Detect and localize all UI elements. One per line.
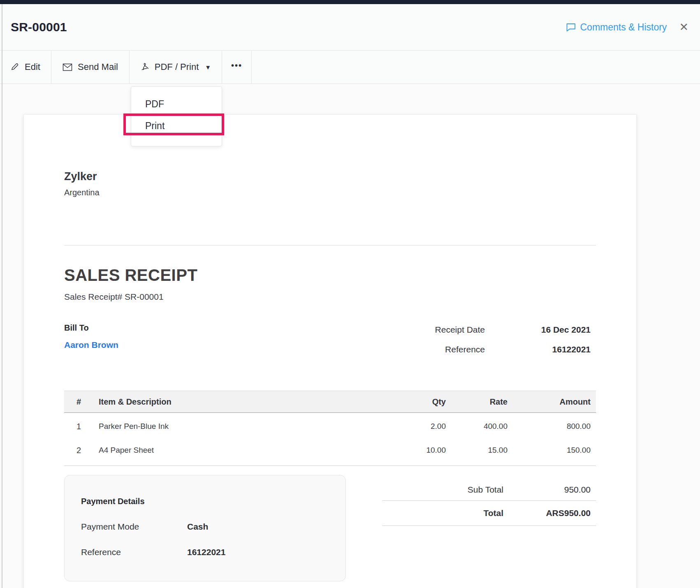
close-icon[interactable]: ✕	[679, 22, 688, 33]
top-navigation-strip	[0, 0, 700, 4]
total-row: Total ARS950.00	[382, 501, 596, 525]
payment-mode-label: Payment Mode	[81, 522, 187, 532]
total-value: ARS950.00	[503, 508, 596, 518]
row-qty: 10.00	[380, 446, 446, 455]
col-header-qty: Qty	[380, 397, 446, 407]
sales-receipt-detail-page: SR-00001 Comments & History ✕ Edit	[0, 0, 700, 588]
comments-history-link[interactable]: Comments & History	[566, 22, 667, 33]
row-item-description: Parker Pen-Blue Ink	[87, 422, 380, 431]
payment-reference-label: Reference	[81, 547, 187, 557]
billto-and-meta-section: Bill To Aaron Brown Receipt Date 16 Dec …	[64, 323, 596, 364]
table-row: 2 A4 Paper Sheet 10.00 15.00 150.00	[64, 438, 596, 462]
header-actions: Comments & History ✕	[566, 22, 689, 33]
reference-label: Reference	[403, 345, 485, 354]
receipt-date-value: 16 Dec 2021	[485, 325, 596, 335]
payment-details-title: Payment Details	[81, 497, 329, 506]
menu-item-pdf[interactable]: PDF	[131, 93, 222, 115]
row-amount: 800.00	[508, 422, 596, 431]
edit-button[interactable]: Edit	[0, 51, 51, 83]
comments-history-label: Comments & History	[580, 22, 667, 33]
document-number-line: Sales Receipt# SR-00001	[64, 292, 596, 302]
totals-block: Sub Total 950.00 Total ARS950.00	[382, 475, 596, 581]
sub-total-row: Sub Total 950.00	[382, 479, 596, 500]
col-header-number: #	[64, 397, 87, 407]
menu-item-print[interactable]: Print	[131, 115, 222, 137]
edit-label: Edit	[25, 62, 40, 72]
payment-mode-row: Payment Mode Cash	[81, 522, 329, 532]
receipt-date-label: Receipt Date	[403, 325, 485, 335]
ellipsis-icon: •••	[231, 61, 242, 70]
record-toolbar: Edit Send Mail PDF / Print ▼	[0, 50, 700, 84]
company-country: Argentina	[64, 188, 596, 197]
envelope-icon	[63, 63, 72, 71]
receipt-meta-block: Receipt Date 16 Dec 2021 Reference 16122…	[403, 325, 596, 364]
payment-reference-value: 16122021	[187, 547, 225, 557]
row-rate: 400.00	[446, 422, 508, 431]
payment-mode-value: Cash	[187, 522, 208, 532]
total-label: Total	[382, 508, 503, 518]
more-actions-button[interactable]: •••	[222, 51, 252, 83]
chevron-down-icon: ▼	[205, 64, 211, 71]
row-qty: 2.00	[380, 422, 446, 431]
payment-details-box: Payment Details Payment Mode Cash Refere…	[64, 475, 346, 581]
table-body: 1 Parker Pen-Blue Ink 2.00 400.00 800.00…	[64, 413, 596, 466]
sub-total-value: 950.00	[503, 485, 596, 495]
pdf-print-label: PDF / Print	[155, 62, 199, 72]
row-number: 1	[64, 422, 87, 431]
pdf-icon	[140, 63, 149, 72]
row-number: 2	[64, 446, 87, 455]
col-header-item: Item & Description	[87, 397, 380, 407]
bill-to-label: Bill To	[64, 323, 118, 333]
company-name: Zylker	[64, 170, 596, 183]
reference-value: 16122021	[485, 345, 596, 354]
table-header-row: # Item & Description Qty Rate Amount	[64, 391, 596, 413]
row-amount: 150.00	[508, 446, 596, 455]
page-title: SR-00001	[11, 20, 67, 34]
reference-row: Reference 16122021	[403, 345, 596, 354]
payment-and-totals-section: Payment Details Payment Mode Cash Refere…	[64, 475, 596, 581]
pdf-print-dropdown-menu: PDF Print	[131, 86, 222, 146]
row-item-description: A4 Paper Sheet	[87, 446, 380, 455]
receipt-preview-card: Zylker Argentina SALES RECEIPT Sales Rec…	[23, 114, 637, 588]
left-edge-divider	[2, 4, 2, 588]
totals-divider-bottom	[382, 525, 596, 526]
col-header-amount: Amount	[508, 397, 596, 407]
customer-link[interactable]: Aaron Brown	[64, 340, 118, 350]
speech-bubble-icon	[566, 23, 576, 32]
document-type-heading: SALES RECEIPT	[64, 266, 596, 285]
receipt-date-row: Receipt Date 16 Dec 2021	[403, 325, 596, 335]
bill-to-block: Bill To Aaron Brown	[64, 323, 118, 364]
pencil-icon	[11, 63, 19, 72]
record-header: SR-00001 Comments & History ✕	[0, 4, 700, 50]
sub-total-label: Sub Total	[382, 485, 503, 495]
send-mail-button[interactable]: Send Mail	[51, 51, 130, 83]
header-divider	[64, 245, 596, 245]
line-items-table: # Item & Description Qty Rate Amount 1 P…	[64, 391, 596, 466]
send-mail-label: Send Mail	[78, 62, 118, 72]
table-row: 1 Parker Pen-Blue Ink 2.00 400.00 800.00	[64, 414, 596, 438]
col-header-rate: Rate	[446, 397, 508, 407]
row-rate: 15.00	[446, 446, 508, 455]
pdf-print-button[interactable]: PDF / Print ▼	[130, 51, 222, 83]
payment-reference-row: Reference 16122021	[81, 547, 329, 557]
